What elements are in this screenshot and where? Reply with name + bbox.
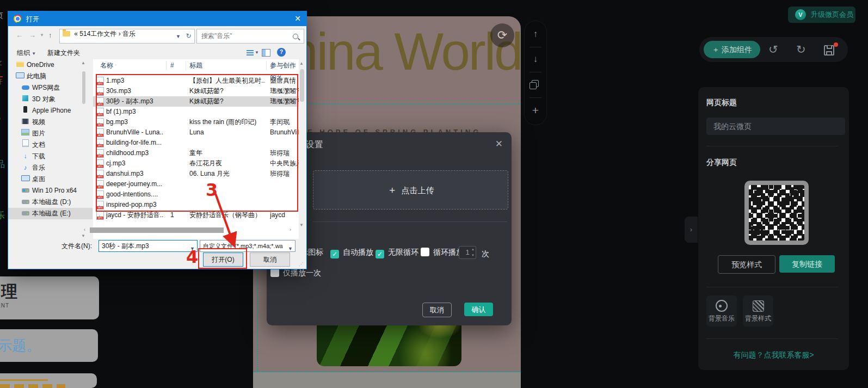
dialog-title: 打开 xyxy=(26,15,39,24)
column-header-artist[interactable]: 参与创作的艺 xyxy=(270,59,299,71)
breadcrumb[interactable]: « 514工作文件 › 音乐 ▼ xyxy=(59,29,183,44)
sidebar-item[interactable]: ♪音乐 xyxy=(8,162,93,174)
checkbox-无限循环[interactable]: ✓无限循环 xyxy=(375,248,418,257)
hscroll-left-icon[interactable]: ‹ xyxy=(84,227,85,232)
drive-icon xyxy=(21,196,29,208)
sidebar-item[interactable]: 视频 xyxy=(8,116,93,128)
stepper-down-icon[interactable]: ▼ xyxy=(471,254,475,257)
sidebar-item-label: OneDrive xyxy=(27,61,54,69)
sidebar-item-label: Win 10 Pro x64 xyxy=(32,187,77,194)
filelist-scroll-up-icon[interactable]: ▲ xyxy=(299,61,304,66)
thumbnail-text-blob xyxy=(0,384,65,388)
column-header-name[interactable]: 名称 ˆ xyxy=(100,59,116,71)
component-thumbnail[interactable] xyxy=(0,373,97,388)
sidebar-item[interactable]: 此电脑 xyxy=(8,71,93,82)
organize-menu[interactable]: 组织 ▼ xyxy=(17,48,36,58)
column-header-number[interactable]: # xyxy=(170,59,174,71)
history-dropdown-icon[interactable]: ▼ xyxy=(40,33,44,38)
background-style-button[interactable]: 背景样式 xyxy=(743,295,773,327)
share-qr-code xyxy=(744,181,809,245)
add-component-button[interactable]: ＋ 添加组件 xyxy=(704,41,760,58)
view-list-icon[interactable] xyxy=(247,50,254,56)
sidebar-scrollbar[interactable] xyxy=(82,71,85,104)
move-up-icon[interactable]: ↑ xyxy=(525,29,546,40)
cancel-button[interactable]: 取消 xyxy=(422,303,452,317)
component-thumbnail[interactable]: 理 ENT xyxy=(0,276,99,319)
help-icon[interactable]: ? xyxy=(277,48,286,57)
upgrade-member-button[interactable]: V 升级微页会员 xyxy=(788,7,855,23)
close-icon[interactable]: ✕ xyxy=(495,138,503,150)
sidebar-item[interactable]: OneDrive xyxy=(8,59,93,71)
sidebar-item[interactable]: ↓下载 xyxy=(8,151,93,162)
desktop-icon xyxy=(21,174,29,185)
breadcrumb-dropdown-icon[interactable]: ▼ xyxy=(176,34,181,39)
refresh-icon[interactable]: ⟳ xyxy=(490,23,514,47)
filelist-scrollbar[interactable] xyxy=(300,69,304,102)
column-header-title[interactable]: 标题 xyxy=(189,59,202,71)
sidebar-item[interactable]: 本地磁盘 (E:) xyxy=(8,208,93,219)
sidebar-item-label: 文档 xyxy=(32,141,45,149)
sidebar-item[interactable]: 文档 xyxy=(8,139,93,151)
loop-count-stepper[interactable]: 1 ▲ ▼ xyxy=(459,246,476,259)
component-thumbnail[interactable]: 示题。 xyxy=(0,329,98,362)
forward-icon[interactable]: → xyxy=(29,31,36,39)
sidebar-item[interactable]: Apple iPhone xyxy=(8,105,93,116)
confirm-button[interactable]: 确认 xyxy=(464,303,493,316)
resize-grip[interactable]: ⋰ xyxy=(299,262,303,267)
save-icon[interactable] xyxy=(824,45,834,56)
sidebar-item[interactable]: 3D 对象 xyxy=(8,94,93,105)
search-input[interactable]: 搜索"音乐" xyxy=(196,29,304,44)
checkbox-icon[interactable]: ✓ xyxy=(330,250,339,258)
copy-link-button[interactable]: 复制链接 xyxy=(779,255,835,273)
stepper-up-icon[interactable]: ▲ xyxy=(471,248,475,251)
sidebar-item[interactable]: 本地磁盘 (D:) xyxy=(8,196,93,208)
filename-input[interactable]: 30秒 - 副本.mp3▼ xyxy=(99,240,198,252)
panel-collapse-toggle[interactable]: › xyxy=(685,217,698,243)
up-icon[interactable]: ↑ xyxy=(48,31,52,39)
sidebar-item[interactable]: 桌面 xyxy=(8,174,93,185)
checkbox-自动播放[interactable]: ✓自动播放 xyxy=(330,248,373,257)
move-down-icon[interactable]: ↓ xyxy=(525,54,546,65)
background-music-button[interactable]: 背景音乐 xyxy=(706,295,737,327)
checkbox-icon[interactable] xyxy=(270,268,279,277)
redo-icon[interactable]: ↻ xyxy=(796,37,806,62)
filelist-scroll-down-icon[interactable]: ▼ xyxy=(299,223,304,227)
preview-style-button[interactable]: 预览样式 xyxy=(718,255,775,274)
filelist-hscrollbar[interactable] xyxy=(90,227,224,233)
refresh-button[interactable]: ↻ xyxy=(183,29,195,44)
upgrade-label: 升级微页会员 xyxy=(811,7,853,23)
dialog-cancel-button[interactable]: 取消 xyxy=(250,252,290,267)
dialog-sidebar: OneDrive此电脑WPS网盘3D 对象Apple iPhone视频图片文档↓… xyxy=(8,59,93,239)
selection-border-bottom xyxy=(253,371,521,372)
preview-pane-icon[interactable] xyxy=(262,49,270,57)
page-title-input[interactable]: 我的云微页 xyxy=(706,118,845,135)
sidebar-scroll-down-icon[interactable]: ▼ xyxy=(81,233,85,238)
checkbox-icon[interactable] xyxy=(421,248,429,256)
picture-icon xyxy=(21,128,29,139)
strip-fragment: 页 xyxy=(0,11,3,21)
upload-button[interactable]: ＋点击上传 xyxy=(313,170,508,210)
sidebar-item-label: 桌面 xyxy=(32,175,45,183)
sidebar-scroll-up-icon[interactable]: ▲ xyxy=(81,60,85,65)
view-dropdown-icon[interactable]: ▼ xyxy=(255,50,259,55)
page-title-label: 网页标题 xyxy=(706,98,737,108)
new-folder-button[interactable]: 新建文件夹 xyxy=(47,48,80,58)
sidebar-item[interactable]: 图片 xyxy=(8,128,93,139)
close-icon[interactable]: ✕ xyxy=(294,14,301,23)
contact-support-link[interactable]: 有问题？点我联系客服> xyxy=(698,350,849,360)
windrive-icon xyxy=(21,185,29,196)
dialog-titlebar[interactable]: 打开 ✕ xyxy=(8,11,306,26)
hscroll-right-icon[interactable]: › xyxy=(290,227,291,232)
sidebar-item[interactable]: WPS网盘 xyxy=(8,82,93,94)
add-icon[interactable]: + xyxy=(525,104,546,117)
checkbox-play-once[interactable]: 仅播放一次 xyxy=(270,268,321,278)
sidebar-item[interactable]: Win 10 Pro x64 xyxy=(8,185,93,196)
duplicate-icon[interactable] xyxy=(532,80,539,87)
checkbox-循环播放[interactable]: 循环播放 xyxy=(421,248,464,257)
back-icon[interactable]: ← xyxy=(16,31,23,39)
undo-icon[interactable]: ↺ xyxy=(768,37,778,62)
layer-toolbar: ↑ ↓ + xyxy=(524,21,547,125)
strip-fragment: 乐 xyxy=(0,210,5,221)
sidebar-item-label: 视频 xyxy=(32,118,45,126)
checkbox-icon[interactable]: ✓ xyxy=(375,250,384,258)
